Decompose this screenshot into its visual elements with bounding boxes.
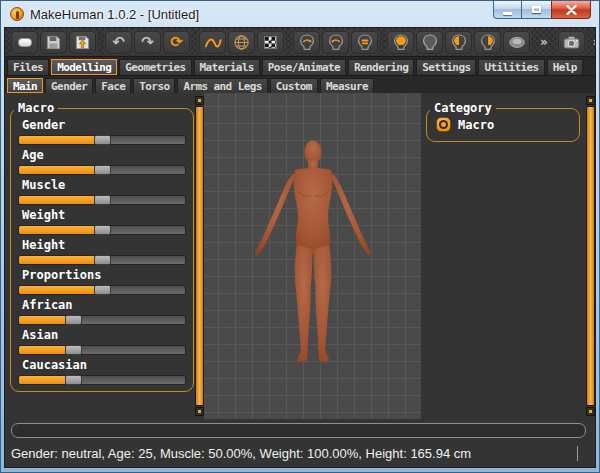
titlebar[interactable]: MakeHuman 1.0.2 - [Untitled] xyxy=(4,1,596,27)
left-view-icon[interactable] xyxy=(445,31,472,54)
subtab-gender[interactable]: Gender xyxy=(45,78,93,93)
rotate-tool-group xyxy=(292,30,379,55)
weight-slider-handle[interactable] xyxy=(94,225,111,235)
new-document-icon[interactable] xyxy=(11,31,38,54)
gender-slider-row: Gender xyxy=(18,118,186,145)
radio-option-label: Macro xyxy=(458,118,494,132)
status-caret xyxy=(577,446,578,461)
front-view-icon[interactable] xyxy=(387,31,414,54)
caucasian-slider-handle[interactable] xyxy=(65,375,82,385)
height-slider-row: Height xyxy=(18,238,186,265)
main-tab-bar: Files Modelling Geometries Materials Pos… xyxy=(5,56,595,75)
more-tools-chevron[interactable]: » xyxy=(591,35,596,49)
subtab-main[interactable]: Main xyxy=(7,78,43,93)
maximize-button[interactable] xyxy=(522,1,551,19)
height-slider-handle[interactable] xyxy=(94,255,111,265)
weight-slider[interactable] xyxy=(18,225,186,235)
category-option-macro[interactable]: Macro xyxy=(429,115,577,135)
muscle-slider-handle[interactable] xyxy=(94,195,111,205)
progress-zone xyxy=(5,419,595,441)
subtab-torso[interactable]: Torso xyxy=(133,78,175,93)
right-scrollbar-thumb[interactable] xyxy=(586,106,595,406)
symmetry-icon[interactable] xyxy=(351,31,378,54)
redo-icon[interactable]: ↷ xyxy=(134,31,161,54)
tab-materials[interactable]: Materials xyxy=(194,59,260,75)
rotate-left-icon[interactable] xyxy=(322,31,349,54)
muscle-slider-row: Muscle xyxy=(18,178,186,205)
gender-slider-handle[interactable] xyxy=(94,135,111,145)
status-bar: Gender: neutral, Age: 25, Muscle: 50.00%… xyxy=(5,441,595,467)
tab-files[interactable]: Files xyxy=(7,59,49,75)
subtab-custom[interactable]: Custom xyxy=(270,78,318,93)
right-scrollbar-top-cap[interactable] xyxy=(586,96,595,105)
tab-modelling[interactable]: Modelling xyxy=(51,59,117,75)
right-view-icon[interactable] xyxy=(474,31,501,54)
app-logo-icon xyxy=(10,7,24,21)
load-icon[interactable] xyxy=(69,31,96,54)
display-tool-group xyxy=(198,30,285,55)
asian-slider-fill xyxy=(19,346,65,354)
height-slider[interactable] xyxy=(18,255,186,265)
age-slider[interactable] xyxy=(18,165,186,175)
viewport-3d[interactable] xyxy=(204,93,421,419)
muscle-slider-fill xyxy=(19,196,94,204)
asian-slider-handle[interactable] xyxy=(65,345,82,355)
gender-slider-label: Gender xyxy=(22,118,186,132)
load-floppy-shape xyxy=(74,34,91,51)
tab-utilities[interactable]: Utilities xyxy=(478,59,544,75)
wireframe-icon[interactable] xyxy=(228,31,255,54)
tab-geometries[interactable]: Geometries xyxy=(119,59,191,75)
gender-slider[interactable] xyxy=(18,135,186,145)
close-button[interactable] xyxy=(551,1,591,19)
reload-glyph: ⟳ xyxy=(170,35,183,50)
category-panel: Category Macro xyxy=(421,93,586,419)
caucasian-slider[interactable] xyxy=(18,375,186,385)
proportions-slider[interactable] xyxy=(18,285,186,295)
left-scrollbar-top-cap[interactable] xyxy=(195,96,204,105)
back-view-icon[interactable] xyxy=(416,31,443,54)
reload-icon[interactable]: ⟳ xyxy=(163,31,190,54)
subtab-measure[interactable]: Measure xyxy=(320,78,374,93)
african-slider[interactable] xyxy=(18,315,186,325)
background-checker-icon[interactable] xyxy=(257,31,284,54)
undo-icon[interactable]: ↶ xyxy=(105,31,132,54)
minimize-icon xyxy=(503,12,512,15)
proportions-slider-handle[interactable] xyxy=(94,285,111,295)
african-slider-handle[interactable] xyxy=(65,315,82,325)
caucasian-slider-fill xyxy=(19,376,65,384)
progress-bar xyxy=(11,423,586,438)
human-figure[interactable] xyxy=(243,139,383,365)
file-tool-group xyxy=(10,30,97,55)
asian-slider[interactable] xyxy=(18,345,186,355)
left-scrollbar-thumb[interactable] xyxy=(195,106,204,406)
smooth-wave-shape xyxy=(204,34,222,51)
tab-rendering[interactable]: Rendering xyxy=(348,59,414,75)
right-scrollbar-bottom-cap[interactable] xyxy=(586,407,595,416)
category-groupbox: Category Macro xyxy=(426,101,580,142)
subtab-face[interactable]: Face xyxy=(95,78,131,93)
radio-selected-icon[interactable] xyxy=(436,117,451,132)
tab-pose-animate[interactable]: Pose/Animate xyxy=(262,59,346,75)
window-controls xyxy=(493,1,591,19)
muscle-slider-label: Muscle xyxy=(22,178,186,192)
weight-slider-label: Weight xyxy=(22,208,186,222)
content-area: Macro Gender Age xyxy=(5,93,595,419)
weight-slider-row: Weight xyxy=(18,208,186,235)
muscle-slider[interactable] xyxy=(18,195,186,205)
proportions-slider-label: Proportions xyxy=(22,268,186,282)
app-frame: ↶ ↷ ⟳ xyxy=(4,27,596,468)
minimize-button[interactable] xyxy=(493,1,522,19)
window-title: MakeHuman 1.0.2 - [Untitled] xyxy=(30,7,199,22)
smooth-shape-icon[interactable] xyxy=(199,31,226,54)
top-view-icon[interactable] xyxy=(503,31,530,54)
subtab-arms-and-legs[interactable]: Arms and Legs xyxy=(177,78,267,93)
more-views-chevron[interactable]: » xyxy=(538,35,550,49)
age-slider-handle[interactable] xyxy=(94,165,111,175)
macro-group-label: Macro xyxy=(14,101,58,115)
save-icon[interactable] xyxy=(40,31,67,54)
tab-help[interactable]: Help xyxy=(547,59,583,75)
grab-screenshot-icon[interactable] xyxy=(558,31,585,54)
rotate-right-icon[interactable] xyxy=(293,31,320,54)
left-scrollbar-bottom-cap[interactable] xyxy=(195,407,204,416)
tab-settings[interactable]: Settings xyxy=(416,59,476,75)
